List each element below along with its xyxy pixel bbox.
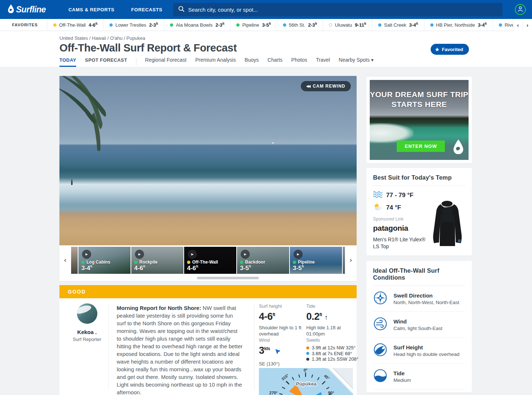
search-bar[interactable] <box>173 3 502 16</box>
swell-item: 1.3ft at 12s SSW 208° <box>306 356 357 362</box>
nav-cams-reports[interactable]: CAMS & REPORTS <box>69 7 114 12</box>
favorites-prev-icon[interactable]: ‹ <box>513 19 523 31</box>
water-temp-icon <box>373 191 383 200</box>
thumbnail-off-the-wall[interactable]: ▶ Off-The-Wall 4-6ft <box>184 247 236 274</box>
favorites-label: FAVORITES <box>0 19 47 31</box>
svg-text:90°: 90° <box>328 391 334 395</box>
condition-dot <box>187 261 190 264</box>
favorite-spot[interactable]: Lower Trestles2-3ft <box>104 19 164 31</box>
account-avatar-button[interactable] <box>515 4 526 15</box>
water-temp-value: 77 - 79 °F <box>386 192 413 199</box>
author-name: Kekoa . <box>66 329 108 335</box>
live-cam-video[interactable]: ◀◀ CAM REWIND <box>59 76 357 245</box>
tab-travel[interactable]: Travel <box>316 57 330 67</box>
play-icon[interactable]: ▶ <box>241 250 250 259</box>
user-icon <box>517 5 524 14</box>
swell-dot <box>306 352 309 355</box>
compass-icon <box>373 291 388 307</box>
condition-dot <box>378 23 381 27</box>
favorite-spot[interactable]: Ala Moana Bowls2-3ft <box>164 19 230 31</box>
tab-photos[interactable]: Photos <box>291 57 307 67</box>
best-suit-card: Best Suit for Today's Temp 77 - 79 °F <box>366 168 472 256</box>
thumbnail-rockpile[interactable]: ▶ Rockpile 4-6ft <box>131 247 183 274</box>
play-icon[interactable]: ▶ <box>294 250 303 259</box>
partly-cloudy-icon <box>373 203 383 212</box>
condition-dot <box>53 23 57 27</box>
thumbnails-next-icon[interactable]: › <box>346 254 355 266</box>
surf-trip-ad[interactable]: YOUR DREAM SURF TRIP STARTS HERE ENTER N… <box>370 80 469 160</box>
surfline-page: Surfline CAMS & REPORTS FORECASTS NEWS F… <box>0 0 532 395</box>
wind-direction-arrow-icon <box>275 345 280 356</box>
thumbnail-backdoor[interactable]: ▶ Backdoor 3-5ft <box>237 247 289 274</box>
condition-dot <box>430 23 434 27</box>
nav-forecasts[interactable]: FORECASTS <box>131 7 163 12</box>
tab-spot-forecast[interactable]: SPOT FORECAST <box>85 57 127 67</box>
tide-icon <box>373 368 388 384</box>
thumbnail-log-cabins[interactable]: ▶ Log Cabins 3-4ft <box>78 247 131 274</box>
cam-thumbnail-strip: ‹ › ▶ Log Cabins 3-4ft ▶ Rockpile 4-6ft <box>59 245 357 281</box>
favorite-spot[interactable]: River Jetties3-4ft <box>493 19 513 31</box>
wetsuit-product-image[interactable] <box>427 200 467 250</box>
search-input[interactable] <box>188 7 497 13</box>
condition-dot <box>240 261 243 264</box>
report-text: Morning Report for North Shore: NW swell… <box>117 304 243 395</box>
thumbnail-pipeline[interactable]: ▶ Pipeline 3-5ft <box>290 247 342 274</box>
favorite-spot[interactable]: Off-The-Wall4-6ft <box>47 19 104 31</box>
surfline-droplet-icon <box>453 139 464 156</box>
spot-header: United States / Hawaii / O'ahu / Pupukea… <box>0 31 532 67</box>
palm-frond-decoration <box>59 76 147 156</box>
condition-dot <box>109 23 113 27</box>
favorites-next-icon[interactable]: › <box>523 19 532 31</box>
condition-dot <box>170 23 173 27</box>
air-temp-value: 74 °F <box>386 204 401 211</box>
play-icon[interactable]: ▶ <box>188 250 197 259</box>
product-name[interactable]: Men's R1® Lite Yulex® LS Top <box>373 236 426 250</box>
surfline-logo[interactable]: Surfline <box>8 4 46 15</box>
report-heading: Morning Report for North Shore: <box>117 305 201 311</box>
cam-rewind-button[interactable]: ◀◀ CAM REWIND <box>301 81 351 91</box>
thumbnail-partial[interactable]: ▶ R 3- <box>343 247 345 274</box>
tab-today[interactable]: TODAY <box>59 57 76 67</box>
ad-enter-now-button[interactable]: ENTER NOW <box>397 141 445 152</box>
favorite-spot[interactable]: 56th St.2-3ft <box>277 19 323 31</box>
author-role: Surf Reporter <box>66 337 108 342</box>
thumbnails-prev-icon[interactable]: ‹ <box>61 254 70 266</box>
ideal-row-swell-direction: Swell Direction North, North-West, North… <box>373 286 465 312</box>
svg-text:0°: 0° <box>304 368 308 372</box>
breadcrumb[interactable]: United States / Hawaii / O'ahu / Pupukea <box>59 35 145 41</box>
rewind-icon: ◀◀ <box>306 84 310 88</box>
favorited-button[interactable]: ★ Favorited <box>431 44 469 55</box>
condition-dot <box>499 23 502 27</box>
tab-premium-analysis[interactable]: Premium Analysis <box>195 57 236 67</box>
report-body: NW swell that peaked late yesterday is s… <box>117 305 242 395</box>
water-temp-row: 77 - 79 °F <box>373 191 465 200</box>
cam-player-card: ◀◀ CAM REWIND ‹ › ▶ Log Cabins 3-4ft ▶ <box>59 76 357 281</box>
favorite-spot[interactable]: Pipeline3-5ft <box>230 19 277 31</box>
ideal-row-tide: Tide Medium <box>373 364 465 390</box>
ad-card: YOUR DREAM SURF TRIP STARTS HERE ENTER N… <box>366 77 472 163</box>
rating-label: GOOD <box>68 289 86 295</box>
tab-charts[interactable]: Charts <box>268 57 283 67</box>
favorites-scroll-area: Off-The-Wall4-6ft Lower Trestles2-3ft Al… <box>47 19 513 31</box>
tab-buoys[interactable]: Buoys <box>245 57 259 67</box>
avatar[interactable] <box>77 303 97 324</box>
thumbnail-scrollbar[interactable] <box>197 277 259 279</box>
favorite-spot[interactable]: Uluwatu9-11ft <box>323 19 372 31</box>
tab-nearby-spots[interactable]: Nearby Spots ▾ <box>339 57 374 67</box>
favorite-spot[interactable]: Salt Creek3-4ft <box>372 19 424 31</box>
ideal-row-surf-height: Surf Height Head high to double overhead <box>373 338 465 364</box>
swells-block: Swells 3.9ft at 12s NW 325° 3.6ft at 7s … <box>306 337 357 362</box>
surf-height-block: Surf height 4-6ft Shoulder high to 1 ft … <box>259 303 305 337</box>
thumbnail-partial[interactable] <box>71 247 78 274</box>
wave-icon <box>373 342 388 358</box>
condition-dot <box>236 23 240 27</box>
play-icon[interactable]: ▶ <box>82 250 91 259</box>
top-navigation-bar: Surfline CAMS & REPORTS FORECASTS NEWS <box>0 0 532 19</box>
favorite-spot[interactable]: HB Pier, Northside3-4ft <box>424 19 493 31</box>
swell-item: 3.6ft at 7s ENE 68° <box>306 351 357 357</box>
spot-tabs: TODAY SPOT FORECAST Regional Forecast Pr… <box>59 57 383 67</box>
tab-regional-forecast[interactable]: Regional Forecast <box>145 57 187 67</box>
play-icon[interactable]: ▶ <box>135 250 144 259</box>
page-title: Off-The-Wall Surf Report & Forecast <box>59 42 237 54</box>
condition-dot <box>81 261 85 264</box>
